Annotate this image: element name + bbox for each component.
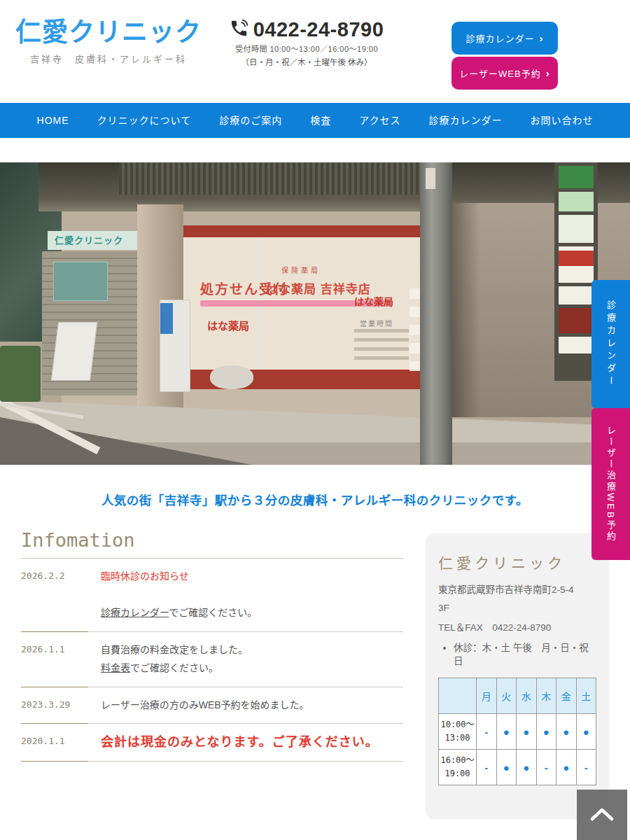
schedule-row-morning: 10:00〜 13:00 - ● ● ● ● ● (439, 714, 596, 750)
clinic-tel: TEL＆FAX 0422-24-8790 (438, 620, 596, 634)
photo-small-sign (559, 246, 594, 283)
laser-button-label: レーザーWEB予約 (459, 66, 540, 80)
side-tab-laser-reserve[interactable]: レーザー治療WEB予約 (592, 408, 630, 560)
news-text: でご確認ください。 (169, 607, 257, 618)
nav-item-home[interactable]: HOME (23, 103, 83, 138)
schedule-mark: ● (517, 714, 537, 750)
news-alert-text: 会計は現金のみとなります。ご了承ください。 (101, 733, 403, 752)
photo-small-sign (559, 308, 594, 333)
clinic-closed-note-list: 休診：木・土 午後 月・日・祝日 (454, 642, 596, 668)
photo-small-sign (559, 192, 594, 211)
news-date: 2026.2.2 (21, 568, 101, 622)
nav-item-tests[interactable]: 検査 (296, 103, 345, 138)
schedule-mark: ● (496, 714, 517, 750)
schedule-day: 水 (517, 678, 537, 714)
nav-item-contact[interactable]: お問い合わせ (516, 103, 607, 138)
photo-building-sign: 仁愛クリニック (48, 231, 147, 250)
news-list-end-divider (21, 761, 403, 762)
photo-corner-shadow (452, 203, 480, 417)
header-buttons: 診療カレンダー › レーザーWEB予約 › (451, 22, 558, 90)
news-body: レーザー治療の方のみWEB予約を始めました。 (101, 696, 403, 715)
schedule-day: 金 (556, 678, 577, 714)
photo-small-sign-figure (559, 251, 594, 266)
photo-roof-slats (119, 162, 420, 195)
schedule-time: 10:00〜 13:00 (439, 714, 477, 750)
schedule-mark: ● (576, 714, 596, 750)
photo-pharmacy-logo: はな薬局 (354, 294, 393, 308)
news-date: 2020.1.1 (21, 733, 101, 752)
news-pricelist-link[interactable]: 料金表 (101, 662, 130, 673)
photo-hedge (0, 346, 41, 402)
photo-pole-sticker (426, 168, 435, 189)
schedule-mark: - (576, 750, 596, 785)
laser-web-reserve-button[interactable]: レーザーWEB予約 › (451, 57, 558, 90)
photo-small-sign (559, 215, 594, 243)
main-nav: HOME クリニックについて 診療のご案内 検査 アクセス 診療カレンダー お問… (0, 103, 630, 138)
schedule-corner-cell (439, 678, 477, 714)
photo-sign-stand (51, 322, 97, 381)
side-tab-calendar[interactable]: 診療カレンダー (592, 280, 630, 408)
information-section: Infomation 2026.2.2 臨時休診のお知らせ 診療カレンダーでご確… (21, 529, 403, 762)
tagline: 人気の街「吉祥寺」駅から３分の皮膚科・アレルギー科のクリニックです。 (0, 491, 630, 508)
news-item: 2026.1.1 自費治療の料金改定をしました。 料金表でご確認ください。 (21, 631, 403, 687)
photo-icon-chips (410, 288, 420, 371)
news-item: 2020.1.1 会計は現金のみとなります。ご了承ください。 (21, 723, 403, 761)
news-date: 2023.3.29 (21, 696, 101, 715)
schedule-day: 土 (576, 678, 596, 714)
nav-item-calendar[interactable]: 診療カレンダー (414, 103, 516, 138)
schedule-mark: ● (517, 750, 537, 785)
schedule-day: 火 (496, 678, 517, 714)
schedule-mark: ● (556, 714, 577, 750)
chevron-right-icon: › (540, 32, 544, 44)
phone-number: 0422-24-8790 (253, 18, 384, 41)
news-calendar-link[interactable]: 診療カレンダー (101, 607, 169, 618)
site-logo-title: 仁愛クリニック (15, 11, 202, 49)
news-title: 臨時休診のお知らせ (101, 568, 403, 586)
site-logo-subtitle: 吉祥寺 皮膚科・アレルギー科 (15, 52, 202, 65)
news-body: 自費治療の料金改定をしました。 料金表でご確認ください。 (101, 641, 403, 678)
chevron-up-icon (589, 806, 615, 824)
schedule-day: 木 (536, 678, 556, 714)
news-item: 2023.3.29 レーザー治療の方のみWEB予約を始めました。 (21, 687, 403, 724)
scroll-to-top-button[interactable] (577, 790, 627, 840)
address-line2: 3F (438, 599, 596, 617)
phone-block: 0422-24-8790 受付時間 10:00〜13:00／16:00〜19:0… (223, 18, 391, 67)
photo-small-sign (559, 286, 594, 304)
schedule-day: 月 (477, 678, 497, 714)
schedule-mark: - (477, 750, 497, 785)
schedule-row-evening: 16:00〜 19:00 - ● ● - ● - (439, 750, 596, 785)
photo-bag (210, 365, 253, 389)
nav-item-access[interactable]: アクセス (345, 103, 414, 138)
schedule-mark: ● (536, 714, 556, 750)
clinic-info-card: 仁愛クリニック 東京都武蔵野市吉祥寺南町2-5-4 3F TEL＆FAX 042… (426, 533, 609, 819)
news-body: 会計は現金のみとなります。ご了承ください。 (101, 733, 403, 752)
photo-pillar-sign-blue (160, 303, 173, 334)
news-text: でご確認ください。 (130, 662, 218, 673)
address-line1: 東京都武蔵野市吉祥寺南町2-5-4 (438, 581, 596, 599)
photo-green-plaque (53, 262, 108, 301)
photo-pillar-sign (160, 300, 190, 392)
calendar-button[interactable]: 診療カレンダー › (451, 22, 558, 55)
schedule-mark: - (536, 750, 556, 785)
photo-red-band-top (183, 225, 451, 237)
clinic-name: 仁愛クリニック (438, 552, 596, 573)
news-date: 2026.1.1 (21, 641, 101, 678)
phone-icon (230, 19, 248, 41)
nav-item-about[interactable]: クリニックについて (83, 103, 206, 138)
schedule-mark: - (477, 714, 497, 750)
news-body: 臨時休診のお知らせ 診療カレンダーでご確認ください。 (101, 568, 403, 622)
news-text: 自費治療の料金改定をしました。 (101, 641, 403, 659)
photo-pharmacy-logo: はな薬局 (207, 318, 249, 332)
clinic-closed-note: 休診：木・土 午後 月・日・祝日 (454, 642, 596, 668)
schedule-header-row: 月 火 水 木 金 土 (439, 678, 596, 714)
news-item: 2026.2.2 臨時休診のお知らせ 診療カレンダーでご確認ください。 (21, 559, 403, 631)
schedule-time: 16:00〜 19:00 (439, 750, 477, 785)
photo-hours-sign: 営業時間 (360, 318, 393, 328)
site-logo[interactable]: 仁愛クリニック 吉祥寺 皮膚科・アレルギー科 (15, 11, 202, 65)
nav-item-services[interactable]: 診療のご案内 (205, 103, 296, 138)
schedule-table: 月 火 水 木 金 土 10:00〜 13:00 - ● ● ● ● ● (438, 678, 596, 785)
clinic-street-photo: 仁愛クリニック 処方せん受付 保険薬局 はな薬局 吉祥寺店 はな薬局 はな薬局 … (0, 162, 630, 465)
schedule-mark: ● (496, 750, 517, 785)
clinic-address: 東京都武蔵野市吉祥寺南町2-5-4 3F (438, 581, 596, 617)
photo-small-sign (559, 337, 594, 354)
